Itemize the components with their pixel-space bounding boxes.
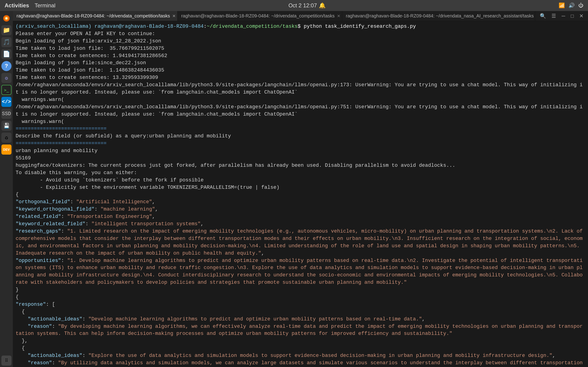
tab-3-label: raghavan@raghavan-Blade-18-RZ09-0484: ~/… (346, 13, 534, 19)
minimize-button[interactable]: ─ (560, 12, 567, 20)
tab-2[interactable]: raghavan@raghavan-Blade-18-RZ09-0484: ~/… (178, 11, 342, 21)
terminal-menu-label[interactable]: Terminal (35, 2, 56, 9)
volume-icon[interactable]: 🔊 (569, 2, 575, 8)
system-bar-center: Oct 2 12:07 🔔 (288, 2, 326, 9)
show-apps-icon[interactable]: ⠿ (1, 356, 11, 366)
tab-bar-actions: 🔍 ☰ ─ □ ✕ (535, 11, 588, 21)
package-icon[interactable]: ♻ (1, 133, 11, 143)
tab-1[interactable]: raghavan@raghavan-Blade-18-RZ09-0484: ~/… (13, 11, 178, 21)
activities-button[interactable]: Activities (5, 2, 29, 9)
dock: 📁 🎵 📄 ? ⚙ >_ </> SSD 💾 (0, 11, 13, 367)
ssd-icon[interactable]: SSD (1, 109, 11, 119)
tab-2-label: raghavan@raghavan-Blade-18-RZ09-0484: ~/… (181, 13, 335, 19)
system-bar: Activities Terminal Oct 2 12:07 🔔 📶 🔊 ⏻ (0, 0, 588, 11)
firefox-icon[interactable] (1, 13, 11, 23)
wifi-icon: 📶 (559, 2, 565, 8)
menu-button[interactable]: ☰ (550, 12, 558, 20)
datetime-label: Oct 2 12:07 (288, 2, 317, 9)
main-layout: 📁 🎵 📄 ? ⚙ >_ </> SSD 💾 (0, 11, 588, 367)
maximize-button[interactable]: □ (569, 12, 576, 20)
rhythmbox-icon[interactable]: 🎵 (1, 37, 11, 47)
terminal-icon[interactable]: >_ (1, 85, 11, 95)
search-button[interactable]: 🔍 (538, 12, 548, 20)
system-bar-left: Activities Terminal (5, 2, 55, 9)
tab-1-close[interactable]: ✕ (172, 14, 176, 19)
terminal-container: raghavan@raghavan-Blade-18-RZ09-0484: ~/… (13, 11, 588, 367)
dev-icon[interactable]: DEV (1, 144, 11, 155)
close-button[interactable]: ✕ (578, 12, 585, 20)
tab-3[interactable]: raghavan@raghavan-Blade-18-RZ09-0484: ~/… (342, 11, 535, 21)
help-icon[interactable]: ? (1, 61, 11, 71)
disk-icon[interactable]: 💾 (1, 121, 11, 131)
files-icon[interactable]: 📁 (1, 25, 11, 35)
vscode-icon[interactable]: </> (1, 97, 11, 107)
settings-icon[interactable]: ⚙ (1, 73, 11, 83)
docs-icon[interactable]: 📄 (1, 49, 11, 59)
notification-icon[interactable]: 🔔 (319, 2, 326, 9)
terminal-output[interactable]: (arxiv_search_localllama) raghavan@ragha… (13, 21, 588, 367)
tab-bar: raghavan@raghavan-Blade-18-RZ09-0484: ~/… (13, 11, 588, 21)
tab-1-label: raghavan@raghavan-Blade-18-RZ09-0484: ~/… (17, 13, 170, 19)
system-bar-right: 📶 🔊 ⏻ (559, 2, 583, 8)
tab-2-close[interactable]: ✕ (337, 14, 340, 19)
svg-point-2 (6, 17, 7, 19)
power-icon[interactable]: ⏻ (578, 2, 583, 8)
